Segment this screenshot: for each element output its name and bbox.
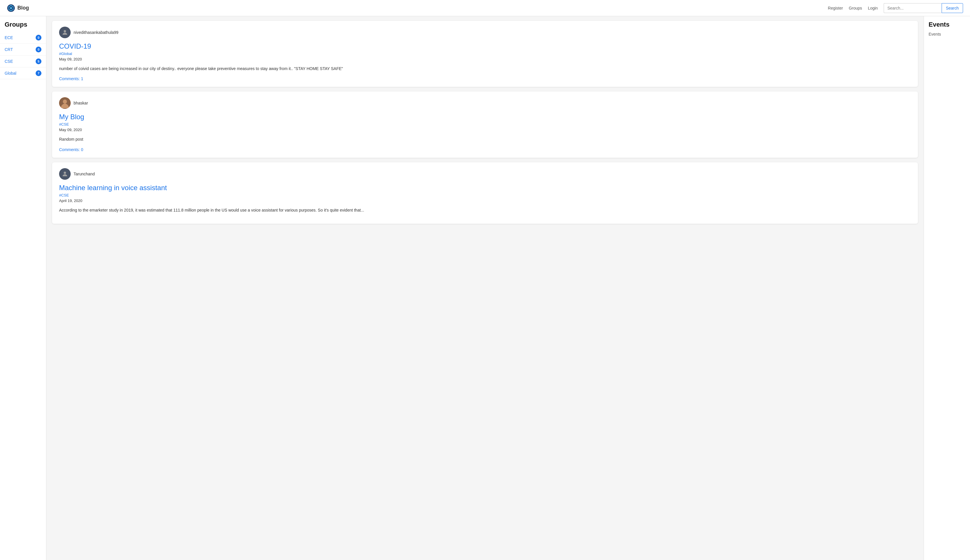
search-input[interactable] xyxy=(884,3,942,13)
username-ml: Tarunchand xyxy=(74,172,95,176)
svg-point-5 xyxy=(64,30,66,32)
post-body-ml: According to the emarketer study in 2019… xyxy=(59,207,911,213)
post-title-ml[interactable]: Machine learning in voice assistant xyxy=(59,184,911,192)
right-sidebar: Events Events xyxy=(924,16,970,560)
post-header-covid: nivedithasankabathula99 xyxy=(59,27,911,38)
username-myblog: bhaskar xyxy=(74,101,88,105)
sidebar-item-global[interactable]: Global 7 xyxy=(0,67,46,79)
sidebar-badge-cse: 5 xyxy=(36,58,42,64)
svg-point-7 xyxy=(63,100,67,103)
register-link[interactable]: Register xyxy=(828,6,843,10)
username-covid: nivedithasankabathula99 xyxy=(74,30,119,35)
sidebar-label-ece: ECE xyxy=(5,35,13,40)
post-date-covid: May 09, 2020 xyxy=(59,57,911,62)
sidebar-label-crt: CRT xyxy=(5,47,13,52)
events-title: Events xyxy=(928,21,965,28)
sidebar-item-crt[interactable]: CRT 0 xyxy=(0,44,46,55)
post-date-myblog: May 09, 2020 xyxy=(59,128,911,132)
post-header-myblog: bhaskar xyxy=(59,97,911,109)
header-right: Register Groups Login Search xyxy=(828,3,963,13)
logo-icon xyxy=(7,4,15,12)
page-layout: Groups ECE 0 CRT 0 CSE 5 Global 7 xyxy=(0,16,970,560)
avatar-myblog xyxy=(59,97,71,109)
events-item: Events xyxy=(928,32,965,37)
post-card-covid: nivedithasankabathula99 COVID-19 #Global… xyxy=(52,21,918,87)
sidebar: Groups ECE 0 CRT 0 CSE 5 Global 7 xyxy=(0,16,46,560)
site-title: Blog xyxy=(17,5,29,11)
post-card-myblog: bhaskar My Blog #CSE May 09, 2020 Random… xyxy=(52,92,918,157)
sidebar-badge-ece: 0 xyxy=(36,35,42,40)
sidebar-item-ece[interactable]: ECE 0 xyxy=(0,32,46,44)
sidebar-title: Groups xyxy=(0,21,46,32)
sidebar-item-cse[interactable]: CSE 5 xyxy=(0,55,46,67)
post-comments-myblog[interactable]: Comments: 0 xyxy=(59,147,911,152)
sidebar-label-global: Global xyxy=(5,71,16,75)
main-content: nivedithasankabathula99 COVID-19 #Global… xyxy=(46,16,924,560)
sidebar-badge-crt: 0 xyxy=(36,47,42,52)
search-container: Search xyxy=(884,3,963,13)
post-body-myblog: Random post xyxy=(59,136,911,142)
avatar-covid xyxy=(59,27,71,38)
search-button[interactable]: Search xyxy=(942,3,963,13)
header: Blog Register Groups Login Search xyxy=(0,0,970,16)
post-tag-myblog[interactable]: #CSE xyxy=(59,122,911,127)
login-link[interactable]: Login xyxy=(868,6,878,10)
post-comments-covid[interactable]: Comments: 1 xyxy=(59,77,911,81)
post-title-covid[interactable]: COVID-19 xyxy=(59,42,911,50)
post-header-ml: Tarunchand xyxy=(59,168,911,180)
post-tag-covid[interactable]: #Global xyxy=(59,52,911,56)
post-tag-ml[interactable]: #CSE xyxy=(59,193,911,197)
post-body-covid: number of coivid cases are being increas… xyxy=(59,65,911,72)
svg-point-8 xyxy=(64,172,66,174)
groups-link[interactable]: Groups xyxy=(849,6,862,10)
sidebar-badge-global: 7 xyxy=(36,70,42,76)
post-date-ml: April 19, 2020 xyxy=(59,198,911,203)
post-card-ml: Tarunchand Machine learning in voice ass… xyxy=(52,162,918,224)
post-title-myblog[interactable]: My Blog xyxy=(59,113,911,121)
header-left: Blog xyxy=(7,4,29,12)
sidebar-label-cse: CSE xyxy=(5,59,13,64)
avatar-ml xyxy=(59,168,71,180)
